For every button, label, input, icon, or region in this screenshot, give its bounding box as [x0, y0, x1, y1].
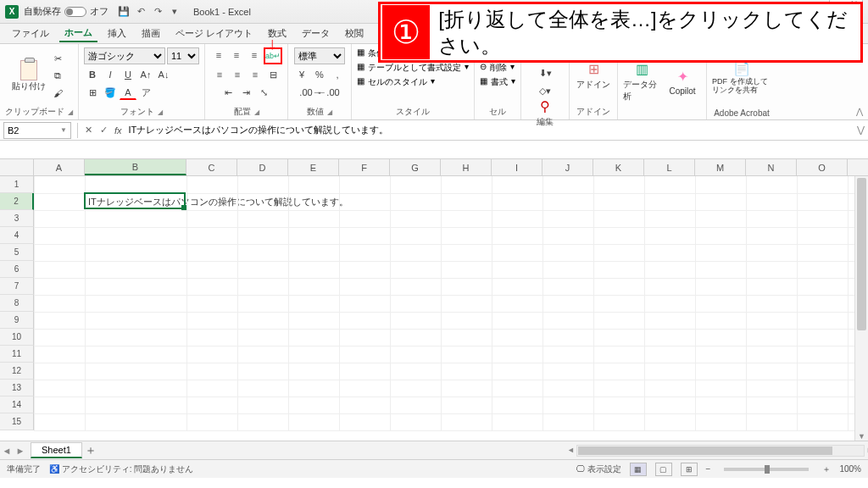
font-name-select[interactable]: 游ゴシック: [84, 47, 165, 64]
display-settings-button[interactable]: 🖵 表示設定: [576, 463, 621, 475]
autosave-toggle[interactable]: 自動保存 オフ: [24, 5, 108, 18]
clear-icon[interactable]: ◇▾: [537, 83, 554, 98]
worksheet-grid[interactable]: ABCDEFGHIJKLMNO 123456789101112131415 IT…: [0, 159, 868, 441]
row-header-14[interactable]: 14: [0, 396, 34, 413]
align-top-icon[interactable]: ≡: [210, 47, 227, 63]
font-size-select[interactable]: 11: [167, 47, 199, 64]
scroll-left-icon[interactable]: ◄: [567, 446, 575, 454]
tab-draw[interactable]: 描画: [136, 25, 165, 42]
decrease-decimal-icon[interactable]: ←.00: [320, 85, 337, 100]
normal-view-icon[interactable]: ▦: [630, 463, 647, 476]
launcher-icon[interactable]: ◢: [327, 108, 332, 116]
row-header-1[interactable]: 1: [0, 176, 34, 193]
row-header-7[interactable]: 7: [0, 278, 34, 295]
merge-cells-icon[interactable]: ⊟: [264, 67, 281, 82]
sheet-tab-sheet1[interactable]: Sheet1: [31, 442, 82, 458]
orientation-icon[interactable]: ⤡: [256, 85, 273, 100]
row-header-11[interactable]: 11: [0, 346, 34, 363]
vertical-scrollbar[interactable]: ▲ ▼: [854, 176, 868, 441]
cut-icon[interactable]: ✂: [49, 52, 66, 67]
fill-color-icon[interactable]: 🪣: [102, 85, 119, 100]
row-header-5[interactable]: 5: [0, 244, 34, 261]
row-header-3[interactable]: 3: [0, 210, 34, 227]
row-header-15[interactable]: 15: [0, 413, 34, 430]
col-header-J[interactable]: J: [542, 159, 593, 175]
copy-icon[interactable]: ⧉: [49, 69, 66, 84]
new-sheet-button[interactable]: ＋: [82, 443, 99, 458]
align-right-icon[interactable]: ≡: [247, 67, 264, 82]
sheet-nav-next-icon[interactable]: ►: [14, 446, 27, 456]
row-header-10[interactable]: 10: [0, 329, 34, 346]
tab-pagelayout[interactable]: ページ レイアウト: [170, 25, 258, 42]
align-bottom-icon[interactable]: ≡: [246, 47, 263, 63]
col-header-L[interactable]: L: [644, 159, 695, 175]
font-color-icon[interactable]: A: [120, 85, 136, 100]
formula-input[interactable]: [125, 125, 853, 136]
row-header-9[interactable]: 9: [0, 312, 34, 329]
cells-area[interactable]: ITナレッジベースはパソコンの操作について解説しています。: [34, 176, 868, 430]
zoom-slider[interactable]: [724, 468, 809, 471]
percent-icon[interactable]: %: [311, 67, 328, 82]
analyze-data-button[interactable]: ▥データ分析: [623, 61, 660, 103]
row-header-2[interactable]: 2: [0, 193, 34, 210]
comma-icon[interactable]: ,: [329, 67, 346, 82]
decrease-font-icon[interactable]: A↓: [155, 67, 172, 82]
col-header-D[interactable]: D: [237, 159, 288, 175]
enter-icon[interactable]: ✓: [96, 125, 111, 136]
tab-file[interactable]: ファイル: [7, 25, 54, 42]
paste-button[interactable]: 貼り付け: [12, 55, 46, 97]
redo-icon[interactable]: ↷: [149, 3, 166, 20]
sort-filter-button[interactable]: ⚲: [526, 98, 564, 114]
col-header-G[interactable]: G: [390, 159, 441, 175]
col-header-K[interactable]: K: [593, 159, 644, 175]
increase-font-icon[interactable]: A↑: [137, 67, 154, 82]
col-header-F[interactable]: F: [339, 159, 390, 175]
addins-button[interactable]: ⊞アドイン: [575, 61, 612, 91]
undo-icon[interactable]: ↶: [132, 3, 149, 20]
phonetic-icon[interactable]: ア: [137, 85, 154, 100]
tab-insert[interactable]: 挿入: [103, 25, 131, 42]
border-icon[interactable]: ⊞: [84, 85, 101, 100]
italic-button[interactable]: I: [102, 67, 119, 82]
select-all-corner[interactable]: [0, 159, 34, 175]
cancel-icon[interactable]: ✕: [81, 125, 96, 136]
page-break-view-icon[interactable]: ⊞: [681, 463, 698, 476]
col-header-E[interactable]: E: [288, 159, 339, 175]
zoom-level[interactable]: 100%: [839, 464, 861, 474]
format-painter-icon[interactable]: 🖌: [49, 86, 66, 101]
create-pdf-button[interactable]: 📄PDF を作成してリンクを共有: [712, 60, 771, 95]
hscroll-thumb[interactable]: [578, 446, 832, 455]
row-header-6[interactable]: 6: [0, 261, 34, 278]
col-header-O[interactable]: O: [797, 159, 848, 175]
bold-button[interactable]: B: [84, 67, 101, 82]
format-cells-button[interactable]: ▦書式 ▾: [480, 76, 515, 88]
align-middle-icon[interactable]: ≡: [228, 47, 245, 63]
align-left-icon[interactable]: ≡: [211, 67, 228, 82]
underline-button[interactable]: U: [120, 67, 136, 82]
col-header-I[interactable]: I: [492, 159, 542, 175]
row-header-4[interactable]: 4: [0, 227, 34, 244]
save-icon[interactable]: 💾: [115, 3, 132, 20]
horizontal-scrollbar[interactable]: ◄ ►: [576, 445, 865, 457]
fx-icon[interactable]: fx: [114, 125, 122, 136]
expand-formula-bar-icon[interactable]: ⋁: [853, 125, 868, 136]
col-header-H[interactable]: H: [441, 159, 492, 175]
accessibility-status[interactable]: ♿ アクセシビリティ: 問題ありません: [49, 463, 193, 475]
launcher-icon[interactable]: ◢: [158, 108, 163, 116]
tab-data[interactable]: データ: [297, 25, 335, 42]
decrease-indent-icon[interactable]: ⇤: [220, 85, 237, 100]
copilot-button[interactable]: ✦Copilot: [664, 69, 701, 96]
col-header-A[interactable]: A: [34, 159, 85, 175]
format-as-table-button[interactable]: ▦テーブルとして書式設定 ▾: [357, 62, 469, 74]
scroll-down-icon[interactable]: ▼: [855, 432, 868, 441]
row-header-8[interactable]: 8: [0, 295, 34, 312]
launcher-icon[interactable]: ◢: [68, 108, 73, 116]
fill-icon[interactable]: ⬇▾: [537, 65, 554, 80]
zoom-in-button[interactable]: ＋: [822, 463, 831, 475]
delete-cells-button[interactable]: ⊖削除 ▾: [480, 62, 515, 74]
name-box[interactable]: B2 ▼: [3, 122, 71, 139]
number-format-select[interactable]: 標準: [294, 47, 345, 64]
row-header-13[interactable]: 13: [0, 380, 34, 396]
wrap-text-button[interactable]: ab↵↓: [264, 47, 282, 64]
align-center-icon[interactable]: ≡: [229, 67, 246, 82]
